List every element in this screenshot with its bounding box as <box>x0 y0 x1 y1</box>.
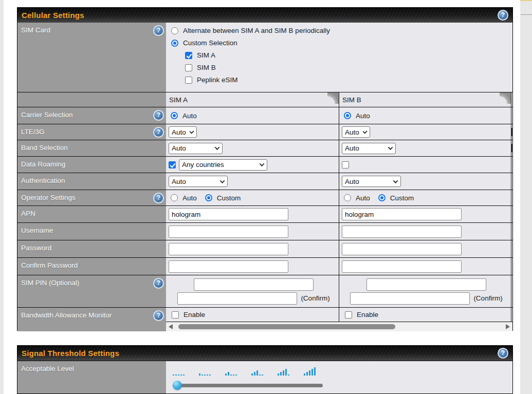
hidden-column-sliver <box>511 124 512 140</box>
operator-custom-radio-sim-b[interactable] <box>378 194 386 201</box>
auth-select-sim-a[interactable]: Auto <box>169 176 228 187</box>
signal-bar <box>175 374 177 376</box>
password-label: Password <box>21 244 51 252</box>
operator-custom-label: Custom <box>217 194 241 202</box>
help-icon[interactable]: ? <box>498 10 508 21</box>
confirm-password-label: Confirm Password <box>21 261 78 269</box>
operator-sim-b-cell: Auto Custom <box>339 190 511 205</box>
bandwidth-enable-checkbox-sim-a[interactable] <box>172 311 179 318</box>
help-icon[interactable]: ? <box>498 348 508 359</box>
horizontal-scrollbar[interactable] <box>166 322 512 331</box>
signal-strength-icon-1of5 <box>199 367 211 376</box>
roaming-checkbox-sim-b[interactable] <box>342 161 349 168</box>
operator-custom-radio-sim-a[interactable] <box>205 194 212 201</box>
page-left-margin-strip <box>0 0 4 394</box>
scroll-left-arrow-icon[interactable] <box>169 324 173 329</box>
band-selection-label: Band Selection <box>21 144 68 152</box>
password-input-sim-b[interactable] <box>342 243 462 255</box>
password-input-sim-a[interactable] <box>169 243 288 255</box>
confirm-password-input-sim-b[interactable] <box>342 260 462 273</box>
operator-settings-label: Operator Settings <box>21 194 76 201</box>
bandwidth-enable-checkbox-sim-b[interactable] <box>345 311 352 318</box>
auth-sim-b-cell: Auto <box>339 173 511 190</box>
sim-pin-confirm-input-sim-a[interactable] <box>177 292 297 305</box>
apn-row: APN <box>17 205 512 222</box>
band-selection-row: Band Selection Auto Auto <box>17 140 512 156</box>
operator-auto-radio-sim-b[interactable] <box>344 194 351 201</box>
apn-input-sim-b[interactable] <box>342 208 462 220</box>
signal-bar <box>285 369 287 376</box>
right-strip-gold-line <box>520 0 532 1</box>
sim-pin-input-sim-a[interactable] <box>194 278 314 291</box>
horizontal-scrollbar-thumb[interactable] <box>178 324 395 329</box>
password-sim-b-cell <box>339 240 511 257</box>
acceptable-level-label: Acceptable Level <box>21 365 74 372</box>
hidden-column-sliver <box>511 275 512 307</box>
authentication-label-cell: Authentication <box>17 173 166 190</box>
lte-3g-select-value: Auto <box>345 128 359 136</box>
signal-threshold-slider[interactable] <box>173 381 323 390</box>
chevron-down-icon <box>393 178 398 183</box>
sim-pin-label: SIM PIN (Optional) <box>21 279 79 287</box>
signal-bar <box>230 374 232 376</box>
auth-select-sim-b[interactable]: Auto <box>342 176 401 187</box>
carrier-selection-label: Carrier Selection <box>21 111 73 119</box>
chevron-down-icon <box>362 129 367 134</box>
band-sim-a-cell: Auto <box>166 140 339 156</box>
band-select-sim-b[interactable]: Auto <box>342 143 396 154</box>
sim-card-label: SIM Card <box>21 26 50 34</box>
scroll-right-arrow-icon[interactable] <box>506 324 510 329</box>
roaming-countries-select-sim-a[interactable]: Any countries <box>179 159 267 171</box>
username-input-sim-b[interactable] <box>342 226 462 238</box>
sim-pin-input-sim-b[interactable] <box>366 278 486 291</box>
signal-bar <box>228 372 229 376</box>
signal-bar <box>309 370 310 376</box>
password-row: Password <box>17 240 512 257</box>
band-select-sim-a[interactable]: Auto <box>169 143 223 154</box>
sim-pin-confirm-input-sim-b[interactable] <box>350 292 470 305</box>
bandwidth-content-block: Enable Enable <box>166 308 512 331</box>
sim-b-checkbox[interactable] <box>185 64 192 71</box>
signal-bar <box>209 374 211 376</box>
lte-3g-select-sim-b[interactable]: Auto <box>342 126 370 138</box>
signal-bar <box>262 374 263 376</box>
confirm-password-sim-a-cell <box>166 258 339 275</box>
operator-sim-a-cell: Auto Custom <box>166 190 339 205</box>
roaming-checkbox-sim-a[interactable] <box>169 161 176 168</box>
slider-thumb[interactable] <box>173 381 182 390</box>
hidden-column-sliver <box>511 206 512 222</box>
help-icon[interactable]: ? <box>153 127 164 138</box>
help-icon[interactable]: ? <box>153 310 164 321</box>
confirm-password-input-sim-a[interactable] <box>169 260 288 273</box>
cellular-settings-title: Cellular Settings <box>22 11 84 20</box>
carrier-auto-radio-sim-b[interactable] <box>344 112 351 119</box>
custom-selection-label: Custom Selection <box>183 39 237 47</box>
signal-bar <box>283 370 284 376</box>
username-input-sim-a[interactable] <box>169 226 288 238</box>
carrier-auto-radio-sim-a[interactable] <box>171 112 178 119</box>
custom-selection-radio[interactable] <box>171 40 178 47</box>
help-icon[interactable]: ? <box>153 193 164 203</box>
sim-a-checkbox[interactable] <box>185 52 192 59</box>
alternate-sim-label: Alternate between SIM A and SIM B period… <box>183 27 330 34</box>
bandwidth-sim-a-cell: Enable <box>166 308 339 322</box>
help-icon[interactable]: ? <box>153 110 164 121</box>
operator-auto-radio-sim-a[interactable] <box>171 194 178 201</box>
roaming-select-value: Any countries <box>182 161 224 168</box>
alternate-sim-radio[interactable] <box>171 27 178 34</box>
hidden-column-sliver <box>511 157 512 173</box>
slider-track[interactable] <box>173 384 323 387</box>
lte-3g-select-sim-a[interactable]: Auto <box>169 126 197 138</box>
chevron-down-icon <box>220 178 225 183</box>
hidden-column-sliver <box>511 308 512 322</box>
signal-bar <box>204 374 206 376</box>
data-roaming-label-cell: Data Roaming <box>17 157 166 173</box>
apn-input-sim-a[interactable] <box>169 208 288 220</box>
hidden-column-sliver <box>511 223 512 240</box>
help-icon[interactable]: ? <box>153 25 164 36</box>
peplink-esim-checkbox[interactable] <box>185 77 192 84</box>
help-icon[interactable]: ? <box>153 278 164 289</box>
authentication-row: Authentication Auto Auto <box>17 173 512 190</box>
carrier-selection-row: Carrier Selection ? Auto Auto <box>17 107 512 124</box>
signal-strength-icon-4of5 <box>278 367 289 376</box>
